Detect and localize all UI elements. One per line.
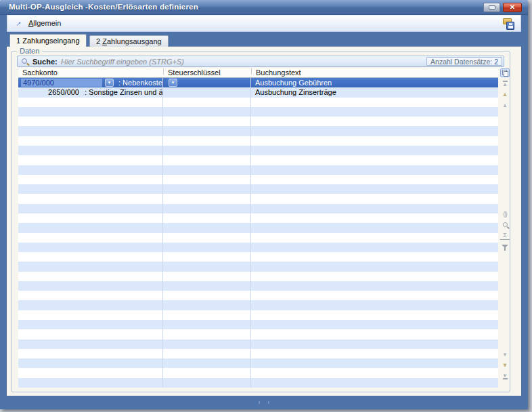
filter-icon[interactable] <box>500 242 510 251</box>
col-steuerschluessel[interactable]: Steuerschlüssel <box>168 68 221 77</box>
table-row-empty[interactable] <box>18 378 498 388</box>
next-row-icon[interactable]: ▼ <box>500 350 510 359</box>
table-row-empty[interactable] <box>18 243 498 252</box>
table-row-empty[interactable] <box>18 117 498 126</box>
table-row-empty[interactable] <box>18 155 498 165</box>
tab-zahlungseingang[interactable]: 1 Zahlungseingang <box>9 34 87 47</box>
cell-steuerschluessel[interactable] <box>163 87 251 97</box>
cell-buchungstext[interactable]: Ausbuchung Zinserträge <box>251 87 498 97</box>
side-toolbar: ▲ ▲ ▲ (|) Σ ▼ ▼ ▼ <box>500 68 510 388</box>
titlebar: Multi-OP-Ausgleich -Kosten/Erlösarten de… <box>0 0 528 15</box>
table-row-empty[interactable] <box>18 175 498 184</box>
table-row-empty[interactable] <box>18 213 498 223</box>
scroll-to-bottom-icon[interactable]: ▼ <box>500 372 510 381</box>
floppy-disk-icon <box>506 22 514 30</box>
table-row-empty[interactable] <box>18 107 498 117</box>
record-count: Anzahl Datensätze:2 <box>426 57 502 66</box>
menu-allgemein[interactable]: Allgemein <box>28 19 61 27</box>
window-title: Multi-OP-Ausgleich -Kosten/Erlösarten de… <box>9 3 198 11</box>
search-icon <box>22 58 27 64</box>
dropdown-icon[interactable]: ▼ <box>105 79 114 87</box>
table-row-empty[interactable] <box>18 339 498 349</box>
table-row-empty[interactable] <box>18 98 498 107</box>
close-button[interactable]: ✕ <box>503 3 522 12</box>
table-row-empty[interactable] <box>18 136 498 146</box>
table-row-empty[interactable] <box>18 291 498 300</box>
table-row-empty[interactable] <box>18 262 498 271</box>
table-row-empty[interactable] <box>18 272 498 281</box>
cell-sachkonto[interactable]: 4970/000 ▼ : Nebenkosten des Geldv <box>18 78 163 87</box>
table-row-empty[interactable] <box>18 165 498 175</box>
column-separator <box>251 68 252 75</box>
table-row[interactable]: 2650/000: Sonstige Zinsen und ä Ausbuchu… <box>18 87 498 97</box>
cell-sachkonto[interactable]: 2650/000: Sonstige Zinsen und ä <box>18 87 163 97</box>
move-up-icon[interactable]: ▲ <box>500 90 510 99</box>
table-row-empty[interactable] <box>18 233 498 243</box>
table-row-empty[interactable] <box>18 194 498 203</box>
app-window: Multi-OP-Ausgleich -Kosten/Erlösarten de… <box>0 0 528 409</box>
col-buchungstext[interactable]: Buchungstext <box>256 68 301 77</box>
groupbox-label: Daten <box>17 47 42 56</box>
sum-icon[interactable]: Σ <box>500 231 510 240</box>
move-down-icon[interactable]: ▼ <box>500 361 510 370</box>
save-button[interactable] <box>502 18 515 30</box>
table-row-empty[interactable] <box>18 184 498 194</box>
cell-buchungstext[interactable]: Ausbuchung Gebühren <box>251 78 498 87</box>
table-header: Sachkonto Steuerschlüssel Buchungstext <box>18 68 498 78</box>
search-label: Suche: <box>32 57 58 66</box>
table-row-empty[interactable] <box>18 146 498 155</box>
column-chooser-icon[interactable]: (|) <box>500 209 510 218</box>
previous-row-icon[interactable]: ▲ <box>500 101 510 110</box>
daten-groupbox: Daten Suche: Anzahl Datensätze:2 Sachkon… <box>11 51 510 392</box>
search-input[interactable] <box>61 57 359 66</box>
cell-steuerschluessel[interactable]: ▼ <box>163 78 251 87</box>
table-row-empty[interactable] <box>18 349 498 358</box>
search-bar[interactable]: Suche: Anzahl Datensätze:2 <box>17 56 504 67</box>
main-panel: Daten Suche: Anzahl Datensätze:2 Sachkon… <box>7 46 521 396</box>
table-row-empty[interactable] <box>18 310 498 320</box>
toolbar: → Allgemein <box>7 15 521 32</box>
table-row-empty[interactable] <box>18 358 498 368</box>
record-count-label: Anzahl Datensätze: <box>430 58 492 66</box>
table-row-empty[interactable] <box>18 223 498 232</box>
copy-icon[interactable] <box>500 68 510 77</box>
table-row-empty[interactable] <box>18 329 498 339</box>
col-sachkonto[interactable]: Sachkonto <box>22 68 58 77</box>
dropdown-icon[interactable]: ▼ <box>169 79 177 87</box>
table-row-empty[interactable] <box>18 300 498 310</box>
restore-button[interactable] <box>483 3 500 12</box>
data-table: Sachkonto Steuerschlüssel Buchungstext 4… <box>18 68 498 388</box>
tab-zahlungsausgang[interactable]: 2 Zahlungsausgang <box>89 35 169 47</box>
menu-arrow-icon: → <box>12 18 24 29</box>
table-row[interactable]: 4970/000 ▼ : Nebenkosten des Geldv ▼ Aus… <box>18 78 498 87</box>
find-icon[interactable] <box>500 220 510 229</box>
scroll-to-top-icon[interactable]: ▲ <box>500 79 510 88</box>
column-separator <box>163 68 164 75</box>
table-body: 4970/000 ▼ : Nebenkosten des Geldv ▼ Aus… <box>18 78 498 388</box>
table-row-empty[interactable] <box>18 126 498 136</box>
resize-grip[interactable] <box>259 401 269 404</box>
table-row-empty[interactable] <box>18 320 498 329</box>
table-row-empty[interactable] <box>18 252 498 262</box>
restore-icon <box>489 5 495 9</box>
table-row-empty[interactable] <box>18 204 498 213</box>
sachkonto-editor[interactable]: 4970/000 <box>21 79 102 87</box>
table-row-empty[interactable] <box>18 368 498 377</box>
table-row-empty[interactable] <box>18 281 498 291</box>
record-count-value: 2 <box>494 58 498 66</box>
